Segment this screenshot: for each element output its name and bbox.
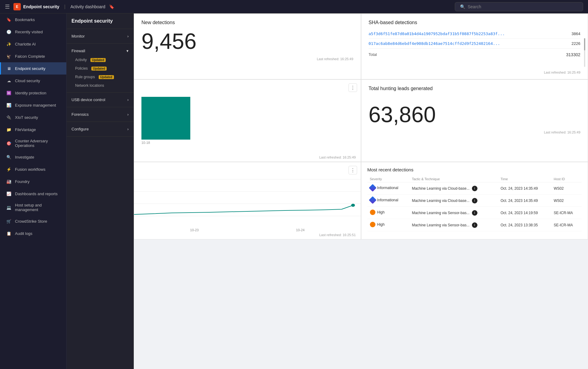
host-setup-icon: 💻 xyxy=(6,204,12,210)
subnav-chevron-configure: › xyxy=(127,127,129,131)
host-cell-1: WS02 xyxy=(551,195,582,207)
line-chart-refresh: Last refreshed: 16:25:51 xyxy=(134,232,361,239)
subnav-group-label-usb-device-control: USB device control xyxy=(71,97,105,102)
app-name: Endpoint security xyxy=(23,4,59,9)
host-cell-2: SE-ICR-MA xyxy=(551,207,582,219)
sidebar-item-falcon-complete[interactable]: 🦅 Falcon Complete xyxy=(0,50,66,62)
crowdstrike-store-icon: 🛒 xyxy=(6,218,12,224)
severity-cell-3: High xyxy=(367,219,410,231)
col-time: Time xyxy=(498,176,551,182)
subnav-group-forensics: Forensics › xyxy=(67,110,133,122)
charlotte-ai-label: Charlotte AI xyxy=(15,42,36,46)
subnav-title: Endpoint security xyxy=(67,18,133,29)
sidebar-item-fusion-workflows[interactable]: ⚡ Fusion workflows xyxy=(0,163,66,175)
audit-logs-icon: 📋 xyxy=(6,230,12,236)
exposure-management-label: Exposure management xyxy=(15,103,56,108)
subnav-item-activity[interactable]: ActivityUpdated xyxy=(67,56,133,64)
sha-hash-row-1: 017ac6ab8e84d6ebdf4e908db1246ae7514cffd2… xyxy=(369,39,581,49)
bar-teal xyxy=(141,97,190,140)
filevantage-icon: 📁 xyxy=(6,126,12,133)
sidebar-item-cloud-security[interactable]: ☁ Cloud security xyxy=(0,75,66,87)
bar-chart-bars xyxy=(134,85,361,140)
subnav-group-header-firewall[interactable]: Firewall ▾ xyxy=(67,46,133,56)
subnav-chevron-forensics: › xyxy=(127,112,129,117)
bookmarks-label: Bookmarks xyxy=(15,17,35,22)
sidebar-item-xiot-security[interactable]: 🔌 XIoT security xyxy=(0,111,66,123)
hamburger-menu[interactable]: ☰ xyxy=(5,3,10,10)
severity-label-1: Informational xyxy=(377,198,398,202)
sidebar-item-investigate[interactable]: 🔍 Investigate xyxy=(0,151,66,163)
sub-navigation: Endpoint security Monitor › Firewall ▾ A… xyxy=(67,13,134,369)
sha-hash-0[interactable]: a5f3d6f51fe87d0a01b4d4a1907952bdaf31b5f0… xyxy=(369,31,505,36)
col-host: Host ID xyxy=(551,176,582,182)
search-bar[interactable]: 🔍 Search xyxy=(455,2,583,11)
bookmarks-icon: 🔖 xyxy=(6,16,12,23)
sha-hash-1[interactable]: 017ac6ab8e84d6ebdf4e908db1246ae7514cffd2… xyxy=(369,41,500,46)
subnav-group-label-firewall: Firewall xyxy=(71,49,85,53)
counter-adversary-label: Counter Adversary Operations xyxy=(15,139,61,148)
cloud-security-icon: ☁ xyxy=(6,78,12,84)
severity-label-2: High xyxy=(377,210,385,214)
line-chart-area xyxy=(134,167,361,228)
nav-section: Activity dashboard xyxy=(70,4,105,9)
subnav-item-network-locations[interactable]: Network locations xyxy=(67,81,133,90)
fusion-workflows-label: Fusion workflows xyxy=(15,167,46,172)
bar-chart-refresh: Last refreshed: 16:25:49 xyxy=(134,154,361,162)
tactic-info-icon-1[interactable]: i xyxy=(472,198,477,203)
subnav-group-label-monitor: Monitor xyxy=(71,34,85,38)
sidebar-item-charlotte-ai[interactable]: ✨ Charlotte AI xyxy=(0,38,66,50)
sidebar-item-bookmarks[interactable]: 🔖 Bookmarks xyxy=(0,13,66,26)
subnav-group-header-configure[interactable]: Configure › xyxy=(67,124,133,134)
tactic-info-icon-3[interactable]: i xyxy=(472,222,477,228)
search-label: Search xyxy=(468,4,481,9)
sidebar-item-crowdstrike-store[interactable]: 🛒 CrowdStrike Store xyxy=(0,215,66,227)
sidebar-item-filevantage[interactable]: 📁 FileVantage xyxy=(0,123,66,136)
sidebar-item-host-setup[interactable]: 💻 Host setup and management xyxy=(0,200,66,215)
sidebar-item-foundry[interactable]: 🏭 Foundry xyxy=(0,175,66,188)
sidebar-item-identity-protection[interactable]: 🆔 Identity protection xyxy=(0,87,66,99)
crowdstrike-store-label: CrowdStrike Store xyxy=(15,219,47,224)
subnav-group-header-usb-device-control[interactable]: USB device control › xyxy=(67,95,133,104)
sidebar-item-recently-visited[interactable]: 🕐 Recently visited xyxy=(0,26,66,38)
policies-label: Policies xyxy=(75,66,88,71)
audit-logs-label: Audit logs xyxy=(15,231,32,236)
line-chart-x-labels: 10-23 10-24 xyxy=(134,228,361,232)
sidebar-item-dashboards-reports[interactable]: 📈 Dashboards and reports xyxy=(0,188,66,200)
tactic-cell-0: Machine Learning via Cloud-base... i xyxy=(409,182,498,195)
activity-badge: Updated xyxy=(90,58,106,62)
subnav-divider-configure xyxy=(67,136,133,137)
host-cell-3: SE-ICR-MA xyxy=(551,219,582,231)
bar-chart-area: 10-18 xyxy=(134,85,361,152)
bookmark-icon[interactable]: 🔖 xyxy=(109,4,114,9)
subnav-item-rule-groups[interactable]: Rule groupsUpdated xyxy=(67,73,133,81)
sha-scrollbar xyxy=(584,38,585,67)
sidebar-item-endpoint-security[interactable]: 🖥 Endpoint security xyxy=(0,62,66,75)
line-chart-label-2: 10-24 xyxy=(296,228,305,232)
detection-row-1: Informational Machine Learning via Cloud… xyxy=(367,195,582,207)
subnav-group-label-configure: Configure xyxy=(71,127,89,131)
time-cell-2: Oct. 24, 2023 14:19:59 xyxy=(498,207,551,219)
tactic-info-icon-0[interactable]: i xyxy=(472,186,477,191)
subnav-group-label-forensics: Forensics xyxy=(71,112,89,117)
sidebar-item-audit-logs[interactable]: 📋 Audit logs xyxy=(0,227,66,239)
charlotte-ai-icon: ✨ xyxy=(6,41,12,47)
xiot-security-icon: 🔌 xyxy=(6,114,12,120)
sidebar-item-counter-adversary[interactable]: 🎯 Counter Adversary Operations xyxy=(0,136,66,151)
severity-icon-high-3 xyxy=(370,222,375,227)
subnav-divider-usb-device-control xyxy=(67,107,133,107)
subnav-group-header-forensics[interactable]: Forensics › xyxy=(67,110,133,119)
xiot-security-label: XIoT security xyxy=(15,115,38,120)
subnav-group-header-monitor[interactable]: Monitor › xyxy=(67,31,133,41)
foundry-icon: 🏭 xyxy=(6,178,12,184)
detection-row-2: High Machine Learning via Sensor-bas... … xyxy=(367,207,582,219)
subnav-chevron-firewall: ▾ xyxy=(126,49,129,53)
tactic-cell-2: Machine Learning via Sensor-bas... i xyxy=(409,207,498,219)
main-layout: 🔖 Bookmarks 🕐 Recently visited ✨ Charlot… xyxy=(0,13,588,369)
sidebar-item-exposure-management[interactable]: 📊 Exposure management xyxy=(0,99,66,111)
tactic-info-icon-2[interactable]: i xyxy=(472,210,477,216)
subnav-item-policies[interactable]: PoliciesUpdated xyxy=(67,64,133,73)
host-cell-0: WS02 xyxy=(551,182,582,195)
host-setup-label: Host setup and management xyxy=(15,203,61,212)
subnav-divider-firewall xyxy=(67,92,133,93)
new-detections-card: New detections 9,456 Last refreshed: 16:… xyxy=(134,13,361,79)
